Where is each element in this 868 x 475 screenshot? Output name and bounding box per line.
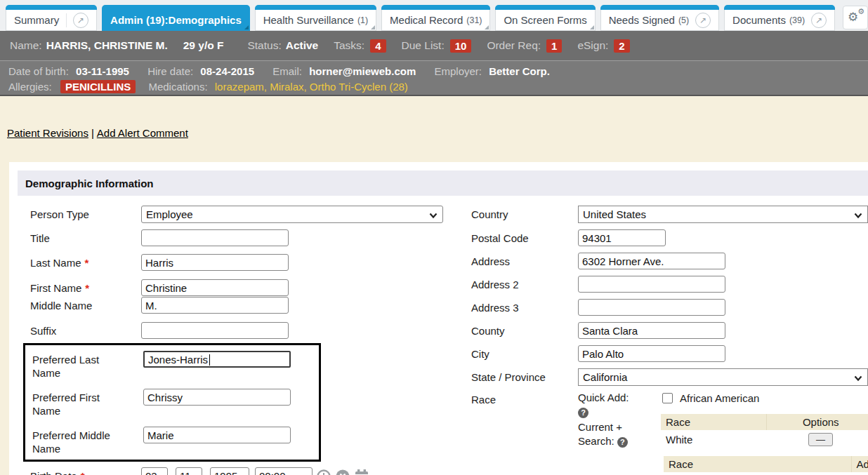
table-row: White — — [661, 430, 868, 449]
suffix-input[interactable] — [141, 322, 289, 339]
state-province-label: State / Province — [471, 368, 578, 384]
hire-date-value: 08-24-2015 — [200, 65, 254, 77]
african-american-checkbox[interactable] — [662, 393, 673, 403]
person-type-select[interactable]: Employee — [141, 206, 443, 223]
employer-label: Employer: — [434, 65, 482, 77]
race-value: White — [661, 430, 766, 449]
date-separator: - — [204, 470, 208, 475]
race-add-table: Race Add — [664, 456, 868, 472]
birth-day-input[interactable] — [176, 467, 202, 475]
tab-count: (31) — [466, 15, 482, 25]
tab-divider — [66, 13, 67, 27]
help-icon[interactable] — [617, 437, 628, 448]
county-input[interactable] — [578, 322, 725, 339]
options-column-header: Options — [766, 414, 868, 430]
demographics-form: Person Type Employee Title Last Name* Fi… — [18, 196, 868, 475]
panel-title: Demographic Information — [18, 170, 868, 196]
tab-medical-record[interactable]: Medical Record (31) — [381, 5, 490, 31]
tab-needs-signed[interactable]: Needs Signed (5) — [600, 5, 719, 31]
action-links: Patient Revisions|Add Alert Comment — [0, 96, 868, 139]
allergy-badge[interactable]: PENICILLINS — [60, 80, 136, 93]
city-label: City — [471, 345, 578, 361]
demographics-panel: Demographic Information Person Type Empl… — [9, 162, 868, 475]
race-column-header: Race — [664, 456, 851, 472]
tab-summary-label: Summary — [14, 14, 59, 26]
last-name-input[interactable] — [141, 254, 289, 271]
birth-year-input[interactable] — [210, 467, 249, 475]
due-list-badge[interactable]: 10 — [450, 39, 472, 53]
tab-needs-signed-label: Needs Signed — [609, 14, 675, 26]
tab-accent-strip — [381, 5, 490, 10]
open-external-icon[interactable] — [695, 13, 711, 28]
required-marker: * — [81, 470, 85, 475]
tasks-label: Tasks: — [334, 39, 364, 52]
tab-summary[interactable]: Summary — [6, 5, 97, 31]
esign-badge[interactable]: 2 — [614, 39, 629, 53]
patient-revisions-link[interactable]: Patient Revisions — [7, 127, 88, 139]
preferred-middle-name-label: Preferred Middle Name — [32, 427, 143, 455]
tab-bar: Summary Admin (19):Demographics Health S… — [0, 0, 868, 31]
last-name-label: Last Name* — [30, 254, 141, 269]
birth-month-input[interactable] — [141, 467, 168, 475]
remove-race-button[interactable]: — — [808, 433, 833, 446]
race-section: Race Quick Add: Current + Search: Africa… — [471, 391, 868, 475]
help-icon[interactable] — [578, 408, 588, 418]
city-input[interactable] — [578, 345, 725, 362]
clock-icon[interactable] — [316, 469, 331, 475]
tab-count: (5) — [678, 15, 689, 25]
address-input[interactable] — [578, 253, 725, 269]
address2-label: Address 2 — [471, 276, 578, 291]
tab-documents-label: Documents — [732, 14, 786, 26]
order-req-badge[interactable]: 1 — [546, 39, 562, 53]
required-marker: * — [85, 282, 89, 294]
country-label: Country — [471, 206, 578, 221]
name-label: Name: — [10, 39, 42, 52]
tab-accent-strip — [255, 5, 376, 10]
patient-info-line1: Date of birth: 03-11-1995 Hire date: 08-… — [8, 64, 860, 79]
first-name-label: First Name* — [30, 279, 141, 295]
patient-status: Active — [286, 39, 319, 52]
add-alert-comment-link[interactable]: Add Alert Comment — [97, 127, 188, 139]
address3-label: Address 3 — [471, 299, 578, 314]
date-separator: - — [170, 470, 173, 475]
address2-input[interactable] — [578, 276, 725, 293]
address3-input[interactable] — [578, 299, 725, 316]
preferred-middle-name-input[interactable] — [143, 427, 291, 443]
birth-time-input[interactable] — [255, 467, 313, 475]
preferred-last-name-input[interactable] — [143, 351, 291, 368]
dob-label: Date of birth: — [8, 65, 69, 77]
calendar-icon[interactable] — [354, 469, 369, 475]
state-province-select[interactable]: California — [578, 368, 868, 386]
tab-medical-record-label: Medical Record — [390, 14, 463, 26]
form-left-column: Person Type Employee Title Last Name* Fi… — [30, 206, 471, 475]
tab-on-screen-forms[interactable]: On Screen Forms — [495, 5, 595, 31]
settings-gears-icon[interactable] — [843, 6, 868, 29]
tab-documents[interactable]: Documents (39) — [724, 5, 835, 31]
required-marker: * — [85, 257, 89, 269]
african-american-label: African American — [680, 392, 759, 404]
title-input[interactable] — [141, 229, 289, 246]
middle-name-label: Middle Name — [30, 297, 141, 312]
clear-date-icon[interactable] — [335, 469, 350, 475]
tab-health-surveillance[interactable]: Health Surveillance (1) — [255, 5, 376, 31]
country-select[interactable]: United States — [578, 206, 868, 223]
open-external-icon[interactable] — [73, 13, 88, 28]
tab-admin-demographics[interactable]: Admin (19):Demographics — [102, 5, 250, 31]
first-name-input[interactable] — [141, 279, 289, 296]
tasks-badge[interactable]: 4 — [370, 39, 386, 53]
address-label: Address — [471, 253, 578, 268]
postal-code-label: Postal Code — [471, 229, 578, 245]
race-helper-labels: Quick Add: Current + Search: — [578, 391, 661, 448]
race-label: Race — [471, 391, 578, 406]
postal-code-input[interactable] — [578, 229, 666, 246]
order-req-label: Order Req: — [487, 39, 541, 52]
preferred-first-name-input[interactable] — [143, 389, 291, 406]
birth-date-label: Birth Date* — [30, 467, 141, 475]
medications-list[interactable]: lorazepam, Miralax, Ortho Tri-Cyclen (28… — [215, 81, 408, 93]
preferred-first-name-label: Preferred First Name — [32, 389, 143, 417]
patient-header-bar: Name: HARRIS, CHRISTINE M. 29 y/o F Stat… — [0, 31, 868, 61]
race-controls: African American Race Options White — — [661, 391, 868, 475]
person-type-label: Person Type — [30, 206, 141, 221]
middle-name-input[interactable] — [141, 297, 289, 314]
open-external-icon[interactable] — [811, 13, 827, 28]
